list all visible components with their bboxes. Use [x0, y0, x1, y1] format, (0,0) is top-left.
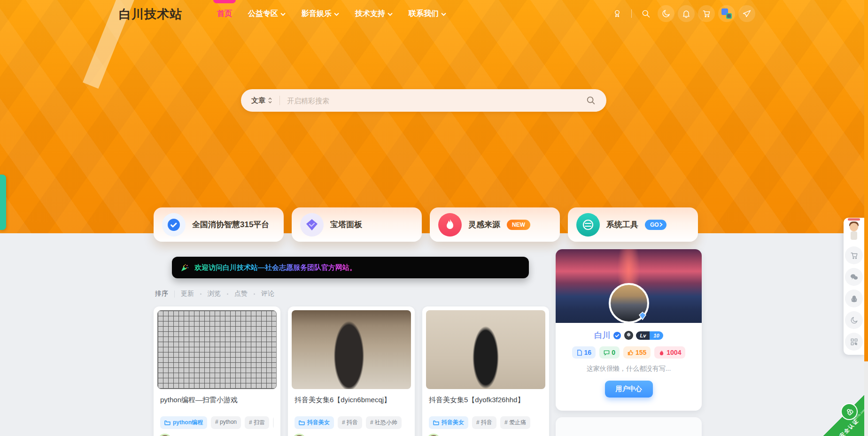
divider: [279, 96, 280, 105]
translate-glyph: [721, 8, 732, 19]
mascot-figure[interactable]: [847, 220, 861, 243]
post-title[interactable]: python编程—扫雷小游戏: [160, 396, 274, 405]
post-tag[interactable]: # 爱止痛: [500, 416, 530, 429]
moon-icon[interactable]: [845, 311, 863, 329]
post-card[interactable]: python编程—扫雷小游戏 python编程 # python # 扫雷 # …: [154, 306, 280, 436]
nav-item-home[interactable]: 首页: [217, 0, 232, 27]
profile-name-row: 白川 Lv 10: [556, 330, 702, 341]
post-tag[interactable]: # 抖音: [472, 416, 496, 429]
post-category[interactable]: 抖音美女: [429, 416, 468, 429]
go-badge[interactable]: GO: [645, 220, 666, 230]
post-grid: python编程—扫雷小游戏 python编程 # python # 扫雷 # …: [154, 306, 549, 436]
post-title[interactable]: 抖音美女集5【dyofk3f26hhd】: [429, 396, 542, 405]
flame-icon: [659, 350, 665, 356]
qr-code-icon[interactable]: [845, 333, 863, 351]
moon-icon[interactable]: [658, 5, 674, 22]
left-edge-tab[interactable]: [0, 175, 6, 230]
category-label: python编程: [173, 419, 203, 427]
nav-label: 首页: [217, 9, 232, 19]
level-badge: Lv 10: [636, 331, 663, 340]
send-icon[interactable]: [738, 5, 755, 22]
post-category[interactable]: python编程: [160, 416, 207, 429]
quick-card-baota[interactable]: 宝塔面板: [292, 207, 422, 242]
post-tags: 抖音美女 # 抖音 # 社恐小帅: [294, 416, 408, 429]
search-category-label: 文章: [251, 96, 265, 105]
cart-icon[interactable]: [698, 5, 715, 22]
post-thumbnail[interactable]: [426, 310, 545, 389]
nav-item-support[interactable]: 技术支持: [355, 0, 393, 27]
folder-icon: [164, 420, 170, 425]
nav-item-media[interactable]: 影音娱乐: [302, 0, 339, 27]
quick-card-label: 全国消协智慧315平台: [192, 219, 269, 230]
post-tag[interactable]: # 社恐小帅: [366, 416, 402, 429]
folder-icon: [299, 420, 305, 425]
stat-comments: 0: [599, 346, 620, 359]
post-card[interactable]: 抖音美女集5【dyofk3f26hhd】 抖音美女 # 抖音 # 爱止痛 16小…: [422, 306, 549, 436]
qq-icon[interactable]: [845, 290, 863, 307]
chat-icon: [604, 350, 610, 356]
sidebar-widget: [556, 417, 702, 436]
sort-arrows-icon: [268, 97, 272, 104]
category-label: 抖音美女: [307, 419, 330, 427]
username[interactable]: 白川: [594, 330, 610, 341]
post-thumbnail[interactable]: [292, 310, 411, 389]
dot-separator: [227, 293, 228, 295]
post-tag[interactable]: # 抖音: [338, 416, 362, 429]
sort-option-comments[interactable]: 评论: [261, 290, 274, 298]
quick-card-label: 系统工具: [606, 219, 638, 230]
wechat-icon[interactable]: [845, 268, 863, 286]
quick-card-tools[interactable]: 系统工具 GO: [568, 207, 698, 242]
system-tool-icon: [576, 213, 600, 237]
avatar[interactable]: [609, 283, 649, 323]
post-category[interactable]: 抖音美女: [294, 416, 334, 429]
quick-card-315[interactable]: 全国消协智慧315平台: [154, 207, 284, 242]
new-badge: NEW: [507, 220, 530, 230]
scrollbar-thumb[interactable]: [864, 0, 868, 361]
nav-item-contact[interactable]: 联系我们: [409, 0, 446, 27]
welcome-notice: 欢迎访问白川技术站—社会志愿服务团队官方网站。: [172, 257, 529, 278]
post-title[interactable]: 抖音美女集6【dyicn6bmecqj】: [294, 396, 408, 405]
stat-likes: 155: [623, 346, 651, 359]
search-category-select[interactable]: 文章: [251, 96, 272, 105]
sort-option-views[interactable]: 浏览: [208, 290, 221, 298]
post-thumbnail[interactable]: [157, 310, 277, 389]
ssl-certification-badge[interactable]: MySSL.com 安全认证: [823, 391, 868, 436]
post-tags: 抖音美女 # 抖音 # 爱止痛: [429, 416, 542, 429]
post-tags: python编程 # python # 扫雷 # 小游戏: [160, 416, 274, 429]
site-logo[interactable]: 白川技术站: [119, 6, 182, 23]
medal-icon[interactable]: [609, 5, 626, 22]
post-tag[interactable]: # 小游戏: [273, 416, 274, 429]
nav-item-charity[interactable]: 公益专区: [248, 0, 286, 27]
bell-icon[interactable]: [678, 5, 695, 22]
post-card[interactable]: 抖音美女集6【dyicn6bmecqj】 抖音美女 # 抖音 # 社恐小帅 16…: [288, 306, 415, 436]
thumb-icon: [628, 350, 634, 356]
stat-hot: 1004: [654, 346, 685, 359]
main-nav: 首页 公益专区 影音娱乐 技术支持 联系我们: [217, 0, 446, 27]
medal-emblem-icon: [624, 331, 633, 340]
level-value: 10: [650, 331, 663, 340]
sort-option-likes[interactable]: 点赞: [234, 290, 248, 298]
right-toolbar: [844, 218, 864, 355]
translate-icon[interactable]: [718, 5, 735, 22]
post-tag[interactable]: # python: [211, 416, 241, 429]
chevron-down-icon: [334, 13, 339, 16]
scrollbar[interactable]: [864, 0, 868, 436]
post-tag[interactable]: # 扫雷: [245, 416, 269, 429]
category-label: 抖音美女: [442, 419, 464, 427]
nav-label: 影音娱乐: [302, 9, 332, 19]
search-icon[interactable]: [637, 5, 654, 22]
quick-card-inspiration[interactable]: 灵感来源 NEW: [430, 207, 560, 242]
hero-banner: [0, 0, 868, 233]
level-prefix: Lv: [636, 331, 650, 340]
search-input[interactable]: [287, 97, 586, 105]
gem-icon: [300, 213, 324, 237]
sort-option-update[interactable]: 更新: [181, 290, 194, 298]
cart-icon[interactable]: [845, 246, 863, 264]
search-bar: 文章: [241, 89, 606, 112]
sort-bar: 排序 更新 浏览 点赞 评论: [155, 290, 274, 298]
user-center-button[interactable]: 用户中心: [605, 381, 653, 398]
dot-separator: [254, 293, 255, 295]
search-submit-icon[interactable]: [586, 95, 596, 106]
verified-icon: [613, 331, 621, 340]
profile-card: 白川 Lv 10 16 0 155 1004 这家伙很懒，什么都没有写... 用…: [556, 249, 702, 411]
